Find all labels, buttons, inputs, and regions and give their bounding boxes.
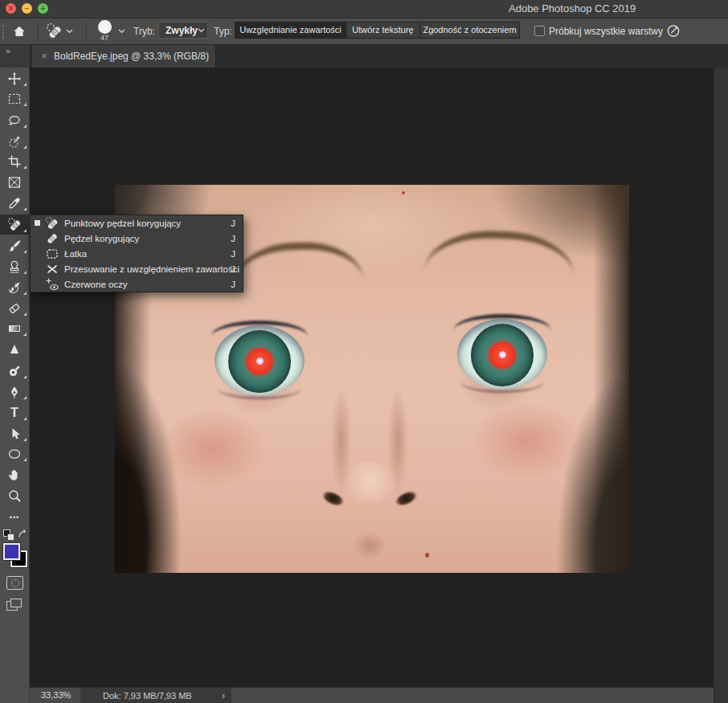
frame-icon bbox=[7, 175, 22, 190]
dodge-icon bbox=[7, 364, 22, 378]
marquee-icon bbox=[7, 92, 22, 106]
window-minimize-button[interactable]: − bbox=[22, 3, 32, 14]
status-expander-icon[interactable]: › bbox=[222, 690, 225, 701]
right-catchlight bbox=[499, 351, 506, 358]
menu-item-content-aware-move[interactable]: Przesuwanie z uwzględnieniem zawartości … bbox=[31, 261, 243, 276]
crop-tool[interactable] bbox=[0, 151, 29, 171]
path-selection-tool[interactable] bbox=[0, 423, 29, 443]
menu-item-patch[interactable]: Łatka J bbox=[31, 246, 243, 261]
menu-item-red-eye[interactable]: Czerwone oczy J bbox=[31, 276, 243, 292]
left-eye bbox=[215, 325, 305, 396]
chevron-down-icon bbox=[66, 29, 73, 34]
mode-value: Zwykły bbox=[166, 25, 198, 36]
status-bar: 33,33% Dok: 7,93 MB/7,93 MB › bbox=[30, 687, 714, 703]
clone-stamp-icon bbox=[7, 260, 22, 274]
window-title: Adobe Photoshop CC 2019 bbox=[509, 2, 636, 14]
hand-icon bbox=[7, 468, 22, 482]
lasso-icon bbox=[7, 113, 22, 128]
brush-preview-icon bbox=[98, 20, 112, 34]
sample-all-layers-label: Próbkuj wszystkie warstwy bbox=[549, 26, 663, 37]
red-eye-icon bbox=[45, 277, 59, 292]
eyedropper-tool[interactable] bbox=[0, 193, 29, 213]
current-tool-button[interactable] bbox=[46, 22, 73, 41]
move-icon bbox=[7, 72, 22, 86]
blur-tool[interactable] bbox=[0, 339, 29, 359]
default-colors-button[interactable] bbox=[3, 529, 14, 539]
edit-toolbar-button[interactable]: ••• bbox=[0, 507, 29, 527]
brush-preset-picker[interactable]: 47 bbox=[94, 20, 115, 42]
home-button[interactable] bbox=[12, 22, 27, 41]
right-eye bbox=[457, 319, 547, 390]
eraser-icon bbox=[7, 301, 22, 316]
pen-icon bbox=[7, 385, 22, 399]
brush-tool[interactable] bbox=[0, 235, 29, 255]
shortcut-key: J bbox=[231, 219, 235, 228]
right-red-pupil bbox=[489, 341, 516, 369]
eraser-tool[interactable] bbox=[0, 298, 29, 318]
canvas-area[interactable]: 33,33% Dok: 7,93 MB/7,93 MB › bbox=[30, 67, 714, 687]
hand-tool[interactable] bbox=[0, 464, 29, 484]
pen-tool[interactable] bbox=[0, 382, 29, 402]
gradient-tool[interactable] bbox=[0, 318, 29, 338]
move-tool[interactable] bbox=[0, 68, 29, 88]
toolbar-collapse-button[interactable]: » bbox=[6, 46, 10, 55]
swap-colors-icon[interactable] bbox=[17, 529, 27, 539]
right-iris bbox=[471, 324, 534, 386]
zoom-tool[interactable] bbox=[0, 485, 29, 505]
shortcut-key: J bbox=[231, 280, 235, 289]
document-tab[interactable]: × BoldRedEye.jpeg @ 33,3% (RGB/8) bbox=[32, 45, 216, 67]
patch-icon bbox=[45, 247, 59, 261]
spot-healing-brush-icon bbox=[46, 22, 63, 40]
sample-all-layers-checkbox[interactable] bbox=[534, 26, 545, 36]
menu-item-healing-brush[interactable]: Pędzel korygujący J bbox=[31, 231, 243, 246]
screen-mode-button[interactable] bbox=[6, 599, 21, 610]
tab-title: BoldRedEye.jpeg @ 33,3% (RGB/8) bbox=[54, 51, 209, 62]
history-brush-tool[interactable] bbox=[0, 277, 29, 297]
mode-label: Tryb: bbox=[133, 26, 155, 37]
lasso-tool[interactable] bbox=[0, 110, 29, 130]
left-catchlight bbox=[256, 358, 264, 365]
type-button-create-texture[interactable]: Utwórz teksturę bbox=[346, 22, 420, 39]
spot-healing-brush-tool[interactable] bbox=[0, 215, 29, 235]
window-close-button[interactable]: × bbox=[6, 3, 16, 14]
ellipsis-icon: ••• bbox=[10, 513, 19, 521]
brush-picker-chevron-icon[interactable] bbox=[118, 29, 125, 34]
brush-size-value: 47 bbox=[94, 35, 115, 42]
type-button-content-aware[interactable]: Uwzględnianie zawartości bbox=[235, 22, 346, 39]
spot-healing-brush-icon bbox=[45, 216, 59, 231]
titlebar: × − + Adobe Photoshop CC 2019 bbox=[0, 0, 728, 18]
eyedropper-icon bbox=[7, 196, 22, 210]
chevron-down-icon bbox=[198, 28, 205, 33]
rectangular-marquee-tool[interactable] bbox=[0, 88, 29, 108]
menu-item-spot-healing-brush[interactable]: Punktowy pędzel korygujący J bbox=[31, 215, 243, 231]
magnifier-icon bbox=[7, 488, 22, 503]
window-zoom-button[interactable]: + bbox=[38, 3, 48, 14]
options-bar-grip[interactable] bbox=[2, 23, 4, 39]
mode-dropdown[interactable]: Zwykły bbox=[158, 22, 208, 39]
quick-selection-tool[interactable] bbox=[0, 131, 29, 151]
dodge-tool[interactable] bbox=[0, 361, 29, 381]
document-info-box[interactable]: Dok: 7,93 MB/7,93 MB › bbox=[80, 688, 231, 703]
skin-mark-small bbox=[402, 191, 405, 194]
shape-tool[interactable] bbox=[0, 443, 29, 464]
frame-tool[interactable] bbox=[0, 172, 29, 192]
document-tab-bar: » × BoldRedEye.jpeg @ 33,3% (RGB/8) bbox=[0, 45, 728, 68]
foreground-color-swatch[interactable] bbox=[3, 543, 20, 560]
type-button-proximity-match[interactable]: Zgodność z otoczeniem bbox=[419, 22, 520, 39]
content-aware-move-icon bbox=[45, 262, 59, 276]
skin-mark bbox=[425, 553, 429, 558]
quick-mask-icon bbox=[11, 579, 19, 587]
shortcut-key: J bbox=[231, 234, 235, 243]
home-icon bbox=[12, 24, 27, 39]
left-red-pupil bbox=[246, 348, 273, 375]
history-brush-icon bbox=[7, 280, 22, 295]
quick-mask-button[interactable] bbox=[6, 576, 23, 590]
zoom-level[interactable]: 33,33% bbox=[41, 690, 71, 700]
clone-stamp-tool[interactable] bbox=[0, 256, 29, 276]
tab-close-icon[interactable]: × bbox=[39, 50, 50, 63]
type-tool[interactable]: T bbox=[0, 403, 29, 423]
quick-selection-icon bbox=[7, 134, 22, 149]
healing-brush-icon bbox=[45, 231, 59, 246]
brush-settings-panel-button[interactable] bbox=[665, 22, 681, 39]
selected-indicator bbox=[35, 220, 40, 226]
